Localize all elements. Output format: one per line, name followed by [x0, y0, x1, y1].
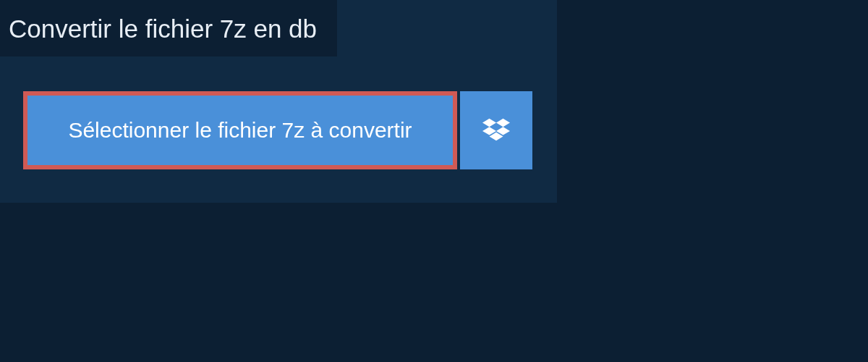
page-title: Convertir le fichier 7z en db: [9, 14, 317, 43]
select-file-button-label: Sélectionner le fichier 7z à convertir: [68, 118, 412, 143]
dropbox-icon: [482, 116, 510, 146]
title-block: Convertir le fichier 7z en db: [0, 0, 337, 56]
select-file-button[interactable]: Sélectionner le fichier 7z à convertir: [23, 91, 457, 169]
button-row: Sélectionner le fichier 7z à convertir: [23, 91, 557, 169]
dropbox-button[interactable]: [460, 91, 532, 169]
converter-panel: Convertir le fichier 7z en db Sélectionn…: [0, 0, 557, 203]
